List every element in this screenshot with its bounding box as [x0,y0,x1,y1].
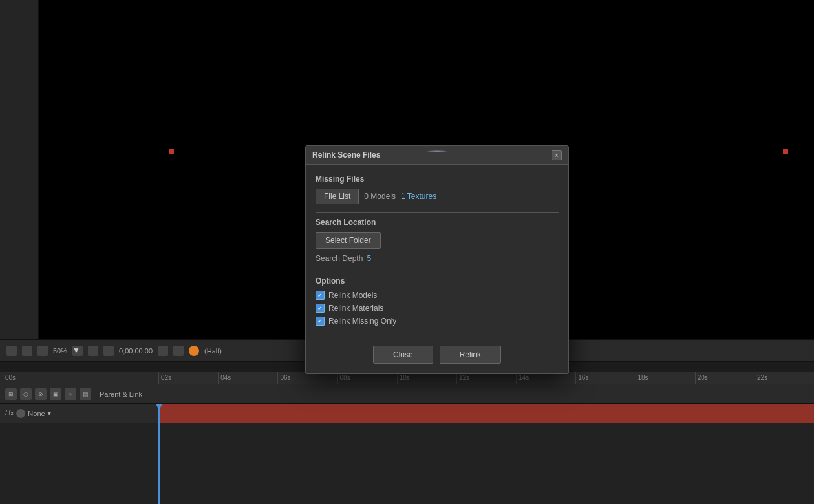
textures-count: 1 Textures [401,192,436,201]
fx-slash-icon: / fx [5,410,14,417]
search-depth-value[interactable]: 5 [367,254,371,263]
corner-marker-tl [169,149,174,154]
relink-button[interactable]: Relink [440,346,501,364]
track-icon [16,409,25,418]
file-list-button[interactable]: File List [316,189,359,204]
fx-icon [37,346,48,356]
titlebar-glow [427,150,447,152]
timeline-tracks: ⊞ ◎ ⊗ ▣ ○ ▤ Parent & Link / fx None ▼ [0,384,814,504]
null-icon[interactable]: ○ [65,388,76,400]
select-folder-button[interactable]: Select Folder [316,232,381,249]
view-icon [22,346,32,356]
search-depth-label: Search Depth [316,254,363,263]
relink-missing-only-row: Relink Missing Only [316,317,559,326]
none-dropdown[interactable]: None [28,410,45,417]
fit-icon[interactable] [88,346,98,356]
tick-22s: 22s [755,372,814,384]
camera-icon[interactable] [158,346,168,356]
missing-files-label: Missing Files [316,174,559,184]
top-toolbar [39,0,814,149]
divider-1 [316,212,559,213]
track-row-fx: / fx None ▼ [0,404,814,423]
timeline-toolbar: ⊞ ◎ ⊗ ▣ ○ ▤ Parent & Link [0,384,814,404]
parent-link-label: Parent & Link [100,390,142,398]
track-label-fx: / fx None ▼ [0,404,158,423]
dropdown-arrow[interactable]: ▼ [47,410,52,417]
comp-icon[interactable]: ⊞ [5,388,17,400]
refresh-icon[interactable] [173,346,184,356]
relink-materials-checkbox[interactable] [316,304,325,313]
tick-16s: 16s [575,372,635,384]
tick-02s: 02s [158,372,218,384]
quality-label: (Half) [204,347,222,355]
relink-materials-row: Relink Materials [316,304,559,313]
tick-20s: 20s [695,372,755,384]
relink-models-label: Relink Models [328,291,377,300]
playhead[interactable] [158,404,160,504]
snap-icon[interactable] [103,346,114,356]
dialog-close-button[interactable]: × [552,150,562,160]
zoom-label: 50% [53,347,67,355]
options-label: Options [316,277,559,286]
track-content-fx [158,404,814,423]
tick-04s: 04s [218,372,277,384]
dialog-title: Relink Scene Files [312,151,380,160]
relink-missing-only-checkbox[interactable] [316,317,325,326]
timecode: 0;00;00;00 [119,347,153,355]
corner-marker-tr [783,149,788,154]
dialog-titlebar: Relink Scene Files × [306,146,568,165]
models-count: 0 Models [364,192,396,201]
relink-missing-only-label: Relink Missing Only [328,317,396,326]
solo-icon[interactable]: ◎ [20,388,32,400]
color-icon[interactable] [189,346,199,356]
zoom-value: 50% [53,347,67,355]
dialog-body: Missing Files File List 0 Models 1 Textu… [306,165,568,339]
left-sidebar [0,0,39,362]
relink-scene-files-dialog: Relink Scene Files × Missing Files File … [305,145,569,374]
close-button[interactable]: Close [373,346,433,364]
ruler-start: 00s [5,374,16,381]
relink-models-row: Relink Models [316,291,559,300]
mask-icon[interactable]: ⊗ [35,388,47,400]
divider-2 [316,271,559,271]
relink-materials-label: Relink Materials [328,304,383,313]
monitor-icon [6,346,17,356]
relink-models-checkbox[interactable] [316,291,325,300]
models-label: 0 Models [364,192,396,201]
tick-18s: 18s [636,372,695,384]
search-location-label: Search Location [316,218,559,227]
file-list-row: File List 0 Models 1 Textures [316,189,559,204]
textures-label: 1 Textures [401,192,436,201]
shape-icon[interactable]: ▣ [50,388,61,400]
search-depth-row: Search Depth 5 [316,254,559,263]
dialog-footer: Close Relink [306,339,568,373]
dropdown-icon[interactable]: ▼ [72,346,83,356]
adj-icon[interactable]: ▤ [80,388,91,400]
